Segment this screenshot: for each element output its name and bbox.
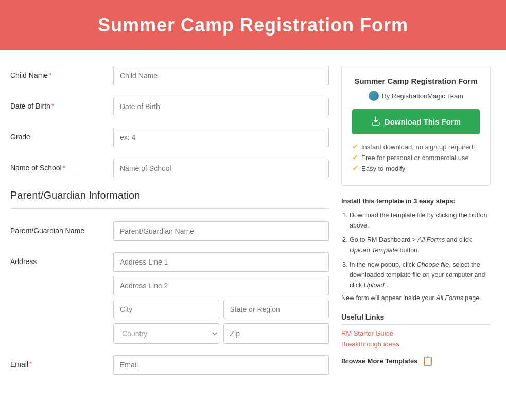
form-row-email: Email* (10, 355, 329, 375)
input-guardian-name[interactable] (113, 221, 329, 241)
label-email: Email* (10, 355, 113, 369)
download-button-label: Download This Form (385, 117, 461, 126)
input-address-line1[interactable] (113, 252, 329, 272)
form-row-guardian-name: Parent/Guardian Name (10, 221, 329, 241)
sidebar-card: Summer Camp Registration Form By Registr… (341, 66, 491, 186)
useful-links-list: RM Starter Guide Breakthrough ideas (341, 329, 491, 348)
check-icon-2: ✔ (352, 164, 358, 172)
form-row-child-name: Child Name* (10, 66, 329, 85)
browse-more: Browse More Templates 📋 (341, 355, 491, 366)
useful-links-title: Useful Links (341, 313, 491, 325)
author-label: By RegistrationMagic Team (382, 92, 463, 100)
link-item-0: RM Starter Guide (341, 329, 491, 337)
feature-item-0: ✔ Instant download, no sign up required! (352, 143, 480, 151)
label-child-name: Child Name* (10, 66, 113, 79)
browse-more-link[interactable]: Browse More Templates (341, 357, 418, 365)
install-step-1: Go to RM Dashboard > All Forms and click… (350, 235, 491, 255)
form-row-dob: Date of Birth* (10, 97, 329, 116)
link-breakthrough[interactable]: Breakthrough ideas (341, 340, 399, 348)
section-title-guardian: Parent/Guardian Information (10, 189, 329, 201)
install-title: Install this template in 3 easy steps: (341, 197, 491, 205)
link-item-1: Breakthrough ideas (341, 340, 491, 348)
label-school: Name of School* (10, 159, 113, 172)
label-grade: Grade (10, 128, 113, 141)
author-icon (369, 91, 379, 101)
check-icon-1: ✔ (352, 153, 358, 162)
input-zip[interactable] (223, 323, 329, 344)
download-icon (371, 116, 380, 127)
feature-item-1: ✔ Free for personal or commercial use (352, 153, 480, 162)
feature-text-0: Instant download, no sign up required! (361, 143, 475, 151)
feature-item-2: ✔ Easy to modify (352, 164, 480, 172)
input-child-name[interactable] (113, 66, 329, 85)
input-city[interactable] (113, 300, 219, 319)
input-email[interactable] (113, 355, 329, 375)
label-address: Address (10, 252, 113, 266)
input-school[interactable] (113, 159, 329, 178)
form-row-grade: Grade (10, 128, 329, 147)
check-icon-0: ✔ (352, 143, 358, 151)
book-icon: 📋 (422, 355, 433, 366)
feature-text-1: Free for personal or commercial use (361, 154, 469, 162)
page-header: Summer Camp Registration Form (0, 0, 506, 50)
install-section: Install this template in 3 easy steps: D… (341, 197, 491, 302)
install-steps: Download the template file by clicking t… (341, 210, 491, 290)
download-button[interactable]: Download This Form (352, 109, 480, 134)
install-step-2: In the new popup, click Choose file, sel… (350, 259, 491, 290)
sidebar-author: By RegistrationMagic Team (352, 91, 480, 101)
page-title: Summer Camp Registration Form (10, 14, 496, 36)
form-section: Child Name* Date of Birth* Grade (10, 66, 329, 386)
label-guardian-name: Parent/Guardian Name (10, 221, 113, 235)
select-country[interactable]: Country (113, 323, 219, 344)
install-note: New form will appear inside your All For… (341, 294, 491, 302)
feature-list: ✔ Instant download, no sign up required!… (352, 143, 480, 172)
sidebar: Summer Camp Registration Form By Registr… (341, 66, 491, 386)
link-rm-starter[interactable]: RM Starter Guide (341, 329, 393, 337)
input-grade[interactable] (113, 128, 329, 147)
input-state[interactable] (223, 300, 329, 319)
feature-text-2: Easy to modify (361, 165, 405, 172)
form-row-address: Address Country (10, 252, 329, 344)
input-address-line2[interactable] (113, 276, 329, 295)
sidebar-form-title: Summer Camp Registration Form (352, 77, 480, 85)
install-step-0: Download the template file by clicking t… (350, 210, 491, 231)
section-divider (10, 208, 329, 209)
label-dob: Date of Birth* (10, 97, 113, 110)
useful-links-section: Useful Links RM Starter Guide Breakthrou… (341, 313, 491, 366)
input-dob[interactable] (113, 97, 329, 116)
form-row-school: Name of School* (10, 159, 329, 178)
